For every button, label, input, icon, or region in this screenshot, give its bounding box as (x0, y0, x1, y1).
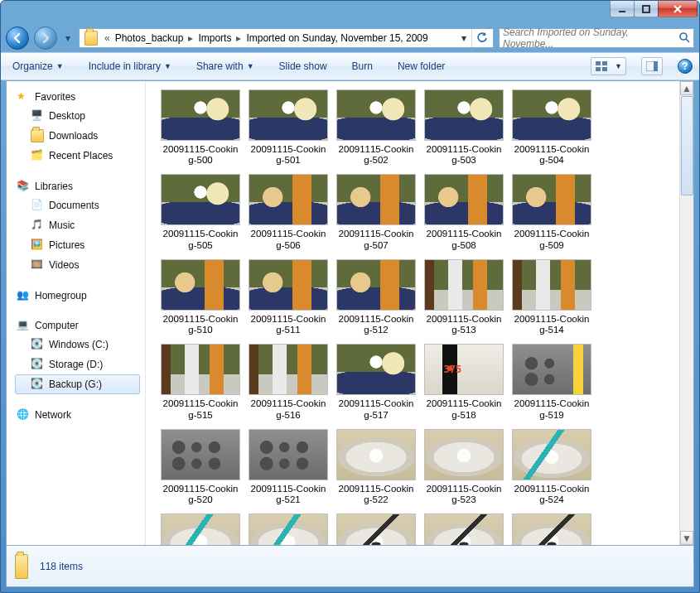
svg-line-3 (686, 39, 689, 42)
file-thumbnail[interactable]: 20091115-Cooking-508 (421, 174, 507, 250)
scroll-thumb[interactable] (681, 96, 693, 195)
file-thumbnail[interactable]: 20091115-Cooking-518 (421, 344, 507, 420)
file-thumbnail[interactable]: 20091115-Cooking-519 (509, 344, 595, 420)
organize-button[interactable]: Organize▼ (7, 57, 69, 75)
scroll-up-button[interactable]: ▲ (680, 81, 693, 95)
close-button[interactable] (658, 1, 698, 17)
file-thumbnail[interactable]: 20091115-Cooking-515 (157, 344, 244, 420)
change-view-button[interactable] (591, 57, 612, 75)
network-header[interactable]: 🌐 Network (15, 406, 140, 424)
search-input[interactable]: Search Imported on Sunday, Novembe... (499, 28, 694, 48)
include-in-library-button[interactable]: Include in library▼ (84, 57, 176, 75)
file-thumbnail[interactable]: 20091115-Cooking-525 (157, 513, 244, 545)
file-label: 20091115-Cooking-510 (157, 314, 244, 335)
thumbnail-image (337, 90, 415, 140)
file-thumbnail[interactable]: 20091115-Cooking-529 (509, 513, 595, 545)
file-thumbnail[interactable]: 20091115-Cooking-506 (245, 174, 331, 250)
favorites-header[interactable]: ★ Favorites (15, 88, 140, 106)
vertical-scrollbar[interactable]: ▲ ▼ (679, 81, 693, 545)
maximize-button[interactable] (634, 1, 659, 17)
nav-row: ▾ « Photos_backup ▸ Imports ▸ Imported o… (1, 24, 699, 52)
scroll-down-button[interactable]: ▼ (680, 531, 693, 545)
thumbnail-image (249, 260, 327, 310)
file-label: 20091115-Cooking-505 (157, 229, 244, 250)
file-thumbnail[interactable]: 20091115-Cooking-527 (333, 513, 419, 545)
thumbnail-image (513, 514, 591, 545)
videos-icon: 🎞️ (31, 258, 44, 272)
minimize-button[interactable] (610, 1, 635, 17)
thumbnail-image (162, 345, 239, 394)
change-view-dropdown[interactable]: ▼ (611, 57, 626, 75)
thumbnail-image (249, 514, 327, 545)
explorer-body: ★ Favorites 🖥️Desktop Downloads 🗂️Recent… (6, 80, 694, 546)
breadcrumb-overflow[interactable]: « (104, 32, 110, 44)
file-thumbnail[interactable]: 20091115-Cooking-504 (509, 89, 595, 166)
chevron-right-icon[interactable]: ▸ (188, 32, 193, 44)
file-thumbnail[interactable]: 20091115-Cooking-513 (421, 259, 507, 335)
thumbnail-image (337, 430, 415, 480)
recent-locations-button[interactable]: ▾ (62, 27, 74, 49)
file-thumbnail[interactable]: 20091115-Cooking-505 (157, 174, 244, 250)
file-thumbnail[interactable]: 20091115-Cooking-521 (245, 429, 331, 505)
breadcrumb-item[interactable]: Imports (196, 31, 233, 46)
file-thumbnail[interactable]: 20091115-Cooking-500 (157, 89, 244, 166)
libraries-header[interactable]: 📚 Libraries (15, 177, 140, 195)
back-button[interactable] (6, 27, 29, 50)
file-thumbnail[interactable]: 20091115-Cooking-520 (157, 429, 244, 505)
file-thumbnail[interactable]: 20091115-Cooking-526 (245, 513, 331, 545)
file-thumbnail[interactable]: 20091115-Cooking-509 (509, 174, 595, 250)
nav-downloads[interactable]: Downloads (15, 126, 140, 146)
titlebar (1, 1, 699, 24)
nav-documents[interactable]: 📄Documents (15, 195, 140, 215)
maximize-icon (642, 5, 650, 13)
thumbnail-image (249, 430, 327, 480)
address-bar[interactable]: « Photos_backup ▸ Imports ▸ Imported on … (79, 28, 494, 48)
file-thumbnail[interactable]: 20091115-Cooking-514 (509, 259, 595, 335)
file-thumbnail[interactable]: 20091115-Cooking-528 (421, 513, 507, 545)
nav-drive-g[interactable]: 💽Backup (G:) (15, 374, 140, 394)
slideshow-button[interactable]: Slide show (274, 57, 332, 75)
nav-music[interactable]: 🎵Music (15, 215, 140, 235)
address-dropdown-button[interactable]: ▾ (456, 32, 471, 44)
file-thumbnail[interactable]: 20091115-Cooking-512 (333, 259, 419, 335)
chevron-right-icon[interactable]: ▸ (236, 32, 241, 44)
nav-videos[interactable]: 🎞️Videos (15, 255, 140, 275)
thumbnails-icon (596, 61, 607, 71)
nav-desktop[interactable]: 🖥️Desktop (15, 106, 140, 126)
thumbnail-image (337, 260, 415, 310)
file-thumbnail[interactable]: 20091115-Cooking-503 (421, 89, 507, 166)
file-thumbnail[interactable]: 20091115-Cooking-502 (333, 89, 419, 166)
explorer-window: ▾ « Photos_backup ▸ Imports ▸ Imported o… (0, 0, 700, 593)
thumbnail-grid[interactable]: 20091115-Cooking-500 20091115-Cooking-50… (146, 81, 679, 545)
nav-drive-c[interactable]: 💽Windows (C:) (15, 335, 140, 354)
preview-pane-button[interactable] (641, 57, 663, 75)
file-thumbnail[interactable]: 20091115-Cooking-510 (157, 259, 244, 335)
nav-recent-places[interactable]: 🗂️Recent Places (15, 146, 140, 166)
file-thumbnail[interactable]: 20091115-Cooking-523 (421, 429, 507, 505)
file-label: 20091115-Cooking-503 (421, 144, 507, 166)
thumbnail-image (337, 175, 415, 224)
breadcrumb-item[interactable]: Imported on Sunday, November 15, 2009 (244, 31, 429, 46)
thumbnail-image (425, 260, 503, 310)
forward-button[interactable] (34, 27, 57, 50)
file-thumbnail[interactable]: 20091115-Cooking-522 (333, 429, 419, 505)
file-thumbnail[interactable]: 20091115-Cooking-524 (509, 429, 595, 505)
file-thumbnail[interactable]: 20091115-Cooking-507 (333, 174, 419, 250)
drive-icon: 💽 (31, 378, 44, 391)
file-thumbnail[interactable]: 20091115-Cooking-501 (245, 89, 331, 166)
new-folder-button[interactable]: New folder (393, 57, 450, 75)
breadcrumb-item[interactable]: Photos_backup (113, 31, 186, 46)
nav-drive-d[interactable]: 💽Storage (D:) (15, 354, 140, 374)
file-thumbnail[interactable]: 20091115-Cooking-517 (333, 344, 419, 420)
share-with-button[interactable]: Share with▼ (191, 57, 259, 75)
file-label: 20091115-Cooking-514 (509, 314, 595, 335)
thumbnail-image (425, 345, 503, 394)
refresh-button[interactable] (471, 29, 491, 47)
help-button[interactable]: ? (678, 59, 693, 74)
computer-header[interactable]: 💻 Computer (15, 316, 140, 335)
nav-pictures[interactable]: 🖼️Pictures (15, 235, 140, 255)
burn-button[interactable]: Burn (347, 57, 378, 75)
file-thumbnail[interactable]: 20091115-Cooking-516 (245, 344, 331, 420)
file-thumbnail[interactable]: 20091115-Cooking-511 (245, 259, 331, 335)
homegroup-header[interactable]: 👥 Homegroup (15, 287, 140, 305)
